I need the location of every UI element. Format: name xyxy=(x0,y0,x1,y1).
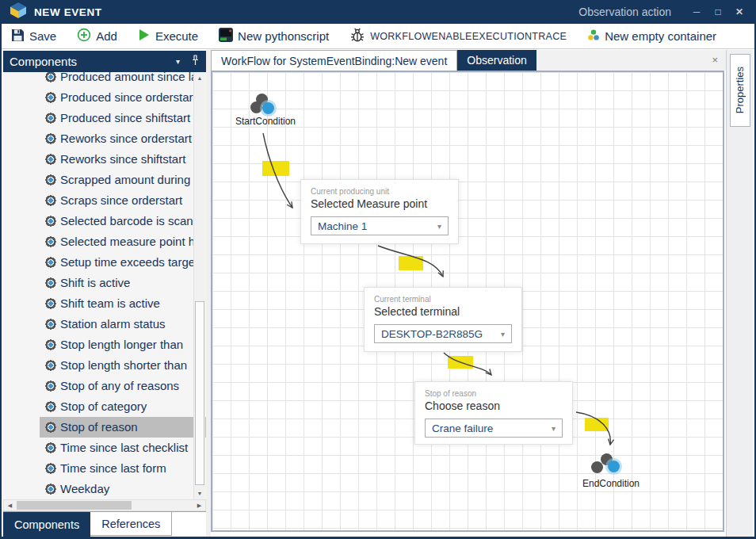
start-condition-node[interactable]: StartCondition xyxy=(230,116,301,127)
tab-close-icon[interactable]: × xyxy=(712,54,718,66)
workflow-step-terminal[interactable]: Current terminal Selected terminal DESKT… xyxy=(364,287,522,352)
sidebar-item-stop-of-reason[interactable]: Stop of reason xyxy=(3,417,206,438)
minimize-button[interactable]: ─ xyxy=(689,6,704,17)
eye-icon xyxy=(45,380,56,392)
connection-highlight xyxy=(585,418,609,431)
workflow-step-measure-point[interactable]: Current producing unit Selected Measure … xyxy=(300,179,459,244)
start-node-dot xyxy=(250,101,262,113)
new-pythonscript-button[interactable]: New pythonscript xyxy=(219,28,329,44)
scroll-right-icon[interactable]: ▶ xyxy=(193,500,205,510)
sidebar-item-reworks-since-orderstart[interactable]: Reworks since orderstart xyxy=(3,128,206,149)
scroll-up-icon[interactable]: ▲ xyxy=(194,72,205,84)
execute-button[interactable]: Execute xyxy=(138,29,198,44)
sidebar-item-station-alarm-status[interactable]: Station alarm status xyxy=(3,314,206,334)
eye-icon xyxy=(45,360,56,371)
sidebar-item-stop-of-any-of-reasons[interactable]: Stop of any of reasons xyxy=(3,376,206,396)
sidebar-item-reworks-since-shiftstart[interactable]: Reworks since shiftstart xyxy=(3,149,206,170)
list-horizontal-scrollbar[interactable]: ◀ ▶ xyxy=(3,499,206,511)
connection-highlight xyxy=(262,161,289,176)
vertical-scroll-thumb[interactable] xyxy=(195,301,204,485)
eye-icon xyxy=(45,298,56,309)
list-vertical-scrollbar[interactable]: ▲ ▼ xyxy=(193,72,205,499)
sidebar-item-shift-team-is-active[interactable]: Shift team is active xyxy=(3,293,206,314)
app-logo-icon xyxy=(10,2,27,22)
save-icon xyxy=(11,29,25,44)
content-area: Components ▾ Produced amount since la Pr… xyxy=(3,50,753,537)
maximize-button[interactable]: □ xyxy=(711,6,725,17)
sidebar-item-stop-of-category[interactable]: Stop of category xyxy=(3,396,206,417)
scroll-left-icon[interactable]: ◀ xyxy=(4,500,16,510)
add-icon xyxy=(77,28,91,44)
sidebar-item-selected-measure-point[interactable]: Selected measure point h xyxy=(3,231,206,252)
sidebar-item-produced-since-shiftstart[interactable]: Produced since shiftstart xyxy=(3,108,206,128)
eye-icon xyxy=(45,174,56,185)
end-node-dot xyxy=(608,461,620,472)
eye-icon xyxy=(45,92,56,103)
eye-icon xyxy=(45,484,56,495)
sidebar-item-time-since-last-checklist[interactable]: Time since last checklist xyxy=(3,438,206,458)
step-title: Choose reason xyxy=(425,399,563,412)
sidebar-item-scraps-since-orderstart[interactable]: Scraps since orderstart xyxy=(3,190,206,211)
workflow-trace-button[interactable]: WORKFLOWENABLEEXECUTIONTRACE xyxy=(349,27,567,45)
app-window: NEW EVENT Observation action ─ □ ✕ Save … xyxy=(0,0,756,539)
tab-references[interactable]: References xyxy=(90,512,172,536)
document-tab-strip: WorkFlow for SystemEventBinding:New even… xyxy=(211,50,726,71)
container-icon xyxy=(587,29,600,44)
chevron-down-icon: ▾ xyxy=(552,424,556,433)
reason-dropdown[interactable]: Crane failure ▾ xyxy=(425,419,563,438)
measure-point-dropdown[interactable]: Machine 1 ▾ xyxy=(311,216,449,235)
add-button[interactable]: Add xyxy=(77,28,117,44)
sidebar-item-shift-is-active[interactable]: Shift is active xyxy=(3,273,206,293)
sidebar-item-stop-length-longer-than[interactable]: Stop length longer than xyxy=(3,334,206,355)
eye-icon xyxy=(45,401,56,412)
chevron-down-icon[interactable]: ▾ xyxy=(176,57,180,66)
eye-icon xyxy=(45,133,56,144)
terminal-dropdown[interactable]: DESKTOP-B2R885G ▾ xyxy=(374,324,512,343)
save-button[interactable]: Save xyxy=(11,29,56,44)
context-label: Observation action xyxy=(578,6,671,18)
sidebar-item-time-since-last-form[interactable]: Time since last form xyxy=(3,458,206,479)
pythonscript-icon xyxy=(219,28,233,44)
sidebar-item-scrapped-amount-during[interactable]: Scrapped amount during xyxy=(3,170,206,190)
properties-strip: Properties xyxy=(726,50,753,537)
step-category: Stop of reason xyxy=(425,389,563,398)
sidebar-item-stop-length-shorter-than[interactable]: Stop length shorter than xyxy=(3,355,206,376)
sidebar-item-selected-barcode-scanned[interactable]: Selected barcode is scann xyxy=(3,211,206,231)
eye-icon xyxy=(45,277,56,289)
new-empty-container-button[interactable]: New empty container xyxy=(587,29,716,44)
chevron-down-icon: ▾ xyxy=(437,222,441,231)
horizontal-scroll-thumb[interactable] xyxy=(17,501,132,510)
pin-icon[interactable] xyxy=(191,55,200,68)
bug-icon xyxy=(349,27,365,45)
sidebar-item-weekday[interactable]: Weekday xyxy=(3,479,206,499)
step-category: Current producing unit xyxy=(311,187,449,196)
window-title: NEW EVENT xyxy=(34,6,102,18)
end-node-dot xyxy=(591,461,603,473)
components-panel-header: Components ▾ xyxy=(3,51,206,72)
eye-icon xyxy=(45,154,56,165)
tab-observation[interactable]: Observation xyxy=(457,50,536,71)
sidebar-item-produced-since-orderstart[interactable]: Produced since orderstart xyxy=(3,87,206,108)
sidebar-item-setup-time-exceeds-target[interactable]: Setup time exceeds targe xyxy=(3,252,206,273)
tab-components[interactable]: Components xyxy=(3,512,90,537)
start-node-dot xyxy=(262,102,274,114)
components-list: Produced amount since la Produced since … xyxy=(3,72,206,499)
end-condition-node[interactable]: EndCondition xyxy=(575,478,647,489)
execute-icon xyxy=(138,29,151,44)
tab-properties[interactable]: Properties xyxy=(730,54,750,127)
eye-icon xyxy=(45,339,56,350)
connection-highlight xyxy=(448,356,473,369)
sidebar-item-produced-amount-since-last[interactable]: Produced amount since la xyxy=(3,72,206,87)
workflow-step-stop-reason[interactable]: Stop of reason Choose reason Crane failu… xyxy=(414,381,573,445)
eye-icon xyxy=(45,422,56,433)
close-button[interactable]: ✕ xyxy=(732,6,746,17)
eye-icon xyxy=(45,463,56,474)
eye-icon xyxy=(45,442,56,453)
eye-icon xyxy=(45,72,56,82)
scroll-down-icon[interactable]: ▼ xyxy=(194,487,205,499)
chevron-down-icon: ▾ xyxy=(501,330,505,338)
eye-icon xyxy=(45,195,56,206)
tab-workflow-systemeventbinding[interactable]: WorkFlow for SystemEventBinding:New even… xyxy=(211,50,457,71)
workflow-canvas[interactable]: StartCondition Current producing unit Se… xyxy=(211,71,724,532)
sidebar-bottom-tabs: Components References xyxy=(3,511,206,537)
